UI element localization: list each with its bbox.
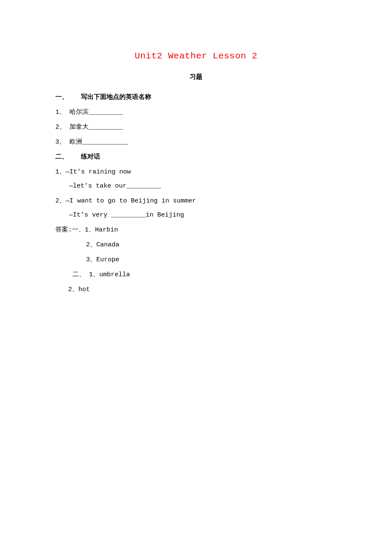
section-2-header: 二、练对话 — [55, 153, 337, 161]
section-2-title: 练对话 — [81, 153, 100, 160]
worksheet-page: Unit2 Weather Lesson 2 习题 一、写出下面地点的英语名称 … — [0, 0, 392, 293]
section-2-question-1a: 1、—It's raining now — [55, 168, 337, 176]
section-2-question-2b: —It's very _________in Beijing — [55, 211, 337, 219]
section-1-header: 一、写出下面地点的英语名称 — [55, 93, 337, 101]
section-1-question-1: 1、 哈尔滨_________ — [55, 108, 337, 116]
answer-line-3: 3、Europe — [55, 255, 337, 263]
answer-line-1: 答案:一、1、Harbin — [55, 225, 337, 234]
section-2-question-1b: —let's take our_________ — [55, 182, 337, 190]
exercises-subtitle: 习题 — [55, 73, 337, 81]
answer-line-5: 2、hot — [55, 285, 337, 293]
unit-title: Unit2 Weather Lesson 2 — [55, 51, 337, 61]
answer-line-4: 二、 1、umbrella — [55, 270, 337, 278]
section-2-question-2a: 2、—I want to go to Beijing in summer — [55, 197, 337, 205]
section-1-question-3: 3、 欧洲____________ — [55, 138, 337, 146]
section-1-number: 一、 — [55, 93, 81, 101]
section-2-number: 二、 — [55, 153, 81, 161]
section-1-title: 写出下面地点的英语名称 — [81, 93, 151, 100]
section-1-question-2: 2、 加拿大_________ — [55, 123, 337, 131]
answer-line-2: 2、Canada — [55, 240, 337, 249]
